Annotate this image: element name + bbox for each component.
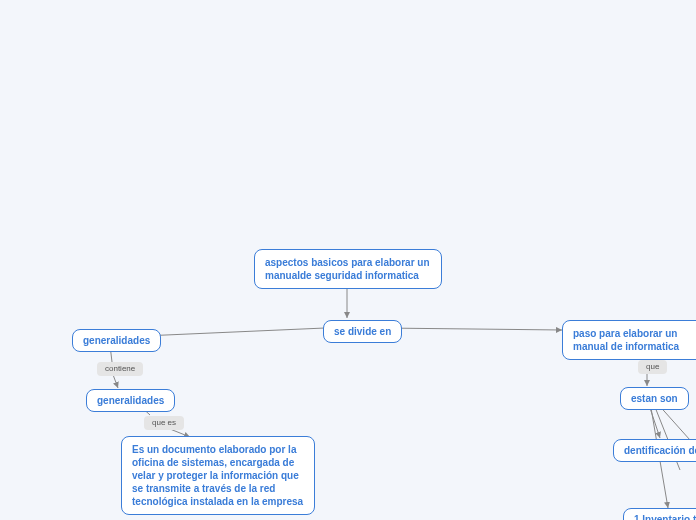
node-root[interactable]: aspectos basicos para elaborar un manual… <box>254 249 442 289</box>
label-que-es: que es <box>144 416 184 430</box>
node-identificacion[interactable]: dentificación de la <box>613 439 696 462</box>
node-estan-son[interactable]: estan son <box>620 387 689 410</box>
node-pasos[interactable]: paso para elaborar un manual de informat… <box>562 320 696 360</box>
node-se-divide-en[interactable]: se divide en <box>323 320 402 343</box>
label-que: que <box>638 360 667 374</box>
svg-line-2 <box>382 328 562 330</box>
svg-line-1 <box>143 328 325 336</box>
node-descripcion[interactable]: Es un documento elaborado por la oficina… <box>121 436 315 515</box>
label-contiene: contiene <box>97 362 143 376</box>
node-generalidades-1[interactable]: generalidades <box>72 329 161 352</box>
node-inventario[interactable]: 1 Inventario tec <box>623 508 696 520</box>
node-generalidades-2[interactable]: generalidades <box>86 389 175 412</box>
